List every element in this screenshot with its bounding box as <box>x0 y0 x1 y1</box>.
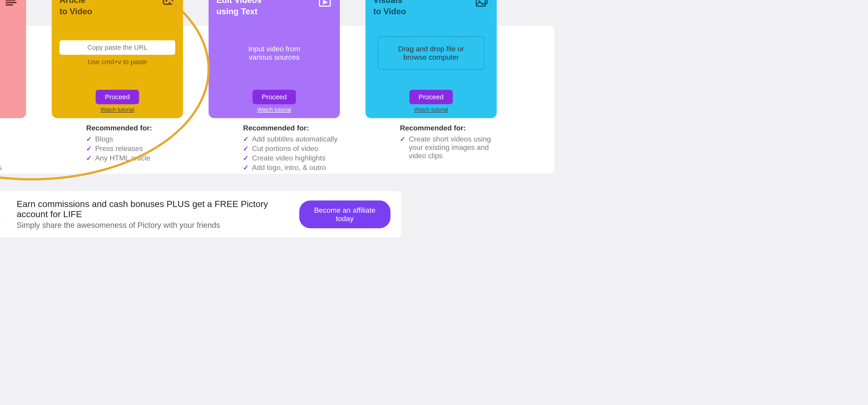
link-icon <box>161 0 175 9</box>
recommended-title: Recommended for: <box>243 124 340 132</box>
watch-tutorial-link[interactable]: Watch tutorial <box>0 106 18 113</box>
card-script-to-video[interactable]: Scriptto Video Start typing or Copy past… <box>0 0 26 118</box>
card-mid-text1: Drag and drop file or <box>383 45 479 53</box>
card-mid-text2: various sources <box>249 53 300 61</box>
card-title-line2: to Video <box>373 6 406 15</box>
affiliate-banner: Earn commissions and cash bonuses PLUS g… <box>0 191 402 238</box>
rec-item: ✓Blogs <box>86 134 183 144</box>
watch-tutorial-link[interactable]: Watch tutorial <box>59 106 175 113</box>
affiliate-button[interactable]: Become an affiliate today <box>299 200 391 228</box>
rec-item: ✓Cut portions of video <box>243 144 340 153</box>
proceed-button[interactable]: Proceed <box>252 90 296 104</box>
card-title-line1: Edit Videos <box>216 0 261 5</box>
watch-tutorial-link[interactable]: Watch tutorial <box>216 106 332 113</box>
card-title-line2: using Text <box>216 6 257 15</box>
paste-hint: Use cmd+v to paste <box>88 58 147 66</box>
rec-item: ✓Step by step guides <box>0 163 26 172</box>
rec-item: ✓Create video highlights <box>243 153 340 163</box>
script-icon <box>4 0 18 9</box>
recommended-title: Recommended for: <box>86 124 183 132</box>
card-edit-videos[interactable]: Edit Videosusing Text Input video from v… <box>209 0 340 118</box>
affiliate-title: Earn commissions and cash bonuses PLUS g… <box>17 199 289 219</box>
url-input[interactable] <box>59 40 175 55</box>
card-title-line1: Visuals <box>373 0 402 5</box>
video-icon <box>318 0 332 9</box>
rec-item: ✓Add logo, intro, & outro <box>243 163 340 172</box>
watch-tutorial-link[interactable]: Watch tutorial <box>373 106 489 113</box>
octopus-promo-icon <box>0 198 6 231</box>
rec-item: ✓Any HTML article <box>86 153 183 163</box>
rec-item: ✓Coaching videos <box>0 153 26 163</box>
card-mid-text1: Input video from <box>248 45 300 53</box>
svg-rect-16 <box>0 216 0 222</box>
drop-zone[interactable]: Drag and drop file or browse computer <box>378 36 485 70</box>
affiliate-sub: Simply share the awesomeness of Pictory … <box>17 221 289 229</box>
card-visuals-to-video[interactable]: Visualsto Video Drag and drop file or br… <box>366 0 497 118</box>
rec-item: ✓Press releases <box>86 144 183 153</box>
rec-item: ✓Add subtitles automatically <box>243 134 340 144</box>
rec-item: ✓Listicle videos <box>0 144 26 153</box>
proceed-button[interactable]: Proceed <box>409 90 453 104</box>
card-title-line2: to Video <box>59 6 92 15</box>
recommended-title: Recommended for: <box>400 124 497 132</box>
recommended-title: Recommended for: <box>0 124 26 132</box>
rec-item: ✓Create short videos using your existing… <box>400 134 497 160</box>
rec-item: ✓Educational videos <box>0 134 26 144</box>
proceed-button[interactable]: Proceed <box>96 90 139 104</box>
card-mid-text2: browse computer <box>383 53 479 61</box>
card-article-to-video[interactable]: Articleto Video Use cmd+v to paste Proce… <box>52 0 183 118</box>
card-title-line1: Article <box>59 0 86 5</box>
images-icon <box>474 0 489 9</box>
